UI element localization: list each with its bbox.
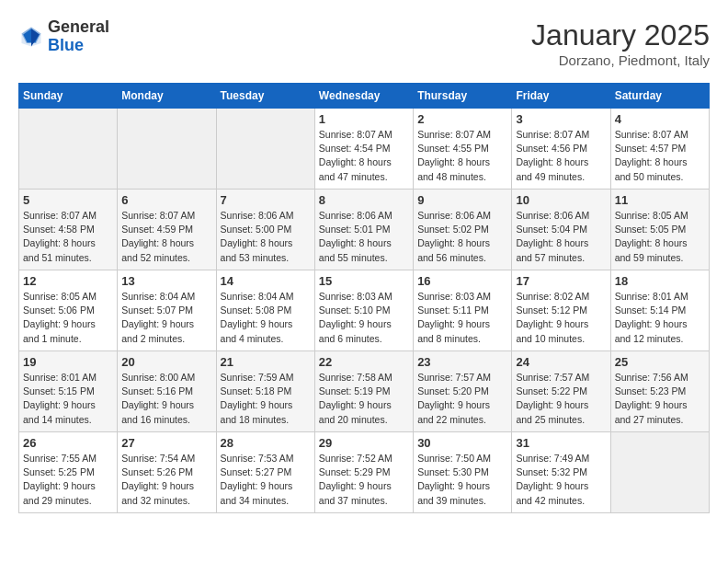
calendar-subtitle: Dorzano, Piedmont, Italy [531,52,710,68]
calendar-cell: 17Sunrise: 8:02 AM Sunset: 5:12 PM Dayli… [512,270,610,351]
day-number: 17 [516,274,606,288]
day-info: Sunrise: 8:05 AM Sunset: 5:06 PM Dayligh… [23,290,113,346]
day-number: 29 [319,436,409,450]
day-number: 26 [23,436,113,450]
day-info: Sunrise: 7:54 AM Sunset: 5:26 PM Dayligh… [121,452,211,508]
weekday-header-thursday: Thursday [414,84,512,109]
calendar-cell [216,109,314,190]
calendar-cell: 6Sunrise: 8:07 AM Sunset: 4:59 PM Daylig… [118,190,216,270]
calendar-cell: 15Sunrise: 8:03 AM Sunset: 5:10 PM Dayli… [314,270,413,351]
calendar-cell: 21Sunrise: 7:59 AM Sunset: 5:18 PM Dayli… [216,351,314,432]
day-info: Sunrise: 8:06 AM Sunset: 5:04 PM Dayligh… [516,209,606,265]
day-info: Sunrise: 8:07 AM Sunset: 4:59 PM Dayligh… [121,209,211,265]
calendar-cell: 19Sunrise: 8:01 AM Sunset: 5:15 PM Dayli… [19,351,118,432]
day-info: Sunrise: 7:55 AM Sunset: 5:25 PM Dayligh… [23,452,113,508]
calendar-title: January 2025 [531,18,710,52]
calendar-cell: 13Sunrise: 8:04 AM Sunset: 5:07 PM Dayli… [118,270,216,351]
calendar-cell: 1Sunrise: 8:07 AM Sunset: 4:54 PM Daylig… [314,109,413,190]
calendar-cell: 28Sunrise: 7:53 AM Sunset: 5:27 PM Dayli… [216,432,314,513]
day-info: Sunrise: 7:52 AM Sunset: 5:29 PM Dayligh… [319,452,409,508]
day-info: Sunrise: 8:06 AM Sunset: 5:02 PM Dayligh… [417,209,507,265]
calendar-cell [118,109,216,190]
logo-text: General Blue [48,18,109,55]
calendar-table: SundayMondayTuesdayWednesdayThursdayFrid… [18,83,710,513]
day-number: 23 [417,355,507,369]
day-number: 24 [516,355,606,369]
day-number: 28 [221,436,311,450]
day-number: 12 [23,274,113,288]
day-info: Sunrise: 7:49 AM Sunset: 5:32 PM Dayligh… [516,452,606,508]
day-number: 6 [121,193,211,207]
day-number: 7 [221,193,311,207]
day-number: 20 [121,355,211,369]
day-number: 16 [417,274,507,288]
day-info: Sunrise: 7:57 AM Sunset: 5:22 PM Dayligh… [516,371,606,427]
day-number: 27 [121,436,211,450]
weekday-header-sunday: Sunday [19,84,118,109]
calendar-cell: 22Sunrise: 7:58 AM Sunset: 5:19 PM Dayli… [314,351,413,432]
day-info: Sunrise: 8:01 AM Sunset: 5:15 PM Dayligh… [23,371,113,427]
weekday-header-tuesday: Tuesday [216,84,314,109]
calendar-cell: 20Sunrise: 8:00 AM Sunset: 5:16 PM Dayli… [118,351,216,432]
day-number: 3 [516,112,606,126]
day-info: Sunrise: 8:04 AM Sunset: 5:07 PM Dayligh… [121,290,211,346]
calendar-cell: 30Sunrise: 7:50 AM Sunset: 5:30 PM Dayli… [414,432,512,513]
day-info: Sunrise: 8:01 AM Sunset: 5:14 PM Dayligh… [615,290,705,346]
calendar-body: 1Sunrise: 8:07 AM Sunset: 4:54 PM Daylig… [19,109,710,513]
calendar-cell: 26Sunrise: 7:55 AM Sunset: 5:25 PM Dayli… [19,432,118,513]
day-number: 10 [516,193,606,207]
day-info: Sunrise: 7:50 AM Sunset: 5:30 PM Dayligh… [417,452,507,508]
calendar-cell: 16Sunrise: 8:03 AM Sunset: 5:11 PM Dayli… [414,270,512,351]
calendar-cell [19,109,118,190]
day-info: Sunrise: 8:05 AM Sunset: 5:05 PM Dayligh… [615,209,705,265]
day-info: Sunrise: 8:03 AM Sunset: 5:10 PM Dayligh… [319,290,409,346]
day-info: Sunrise: 8:06 AM Sunset: 5:01 PM Dayligh… [319,209,409,265]
day-number: 11 [615,193,705,207]
page-header: General Blue January 2025 Dorzano, Piedm… [18,18,710,68]
day-info: Sunrise: 7:56 AM Sunset: 5:23 PM Dayligh… [615,371,705,427]
calendar-cell [610,432,709,513]
weekday-header-wednesday: Wednesday [314,84,413,109]
day-info: Sunrise: 7:59 AM Sunset: 5:18 PM Dayligh… [221,371,311,427]
calendar-cell: 31Sunrise: 7:49 AM Sunset: 5:32 PM Dayli… [512,432,610,513]
day-number: 22 [319,355,409,369]
day-number: 8 [319,193,409,207]
day-number: 15 [319,274,409,288]
calendar-cell: 2Sunrise: 8:07 AM Sunset: 4:55 PM Daylig… [414,109,512,190]
calendar-cell: 12Sunrise: 8:05 AM Sunset: 5:06 PM Dayli… [19,270,118,351]
calendar-cell: 8Sunrise: 8:06 AM Sunset: 5:01 PM Daylig… [314,190,413,270]
day-number: 5 [23,193,113,207]
calendar-cell: 29Sunrise: 7:52 AM Sunset: 5:29 PM Dayli… [314,432,413,513]
calendar-cell: 5Sunrise: 8:07 AM Sunset: 4:58 PM Daylig… [19,190,118,270]
calendar-cell: 7Sunrise: 8:06 AM Sunset: 5:00 PM Daylig… [216,190,314,270]
calendar-week-4: 19Sunrise: 8:01 AM Sunset: 5:15 PM Dayli… [19,351,710,432]
calendar-week-1: 1Sunrise: 8:07 AM Sunset: 4:54 PM Daylig… [19,109,710,190]
day-number: 14 [221,274,311,288]
day-number: 4 [615,112,705,126]
calendar-week-3: 12Sunrise: 8:05 AM Sunset: 5:06 PM Dayli… [19,270,710,351]
day-number: 31 [516,436,606,450]
day-number: 25 [615,355,705,369]
calendar-cell: 4Sunrise: 8:07 AM Sunset: 4:57 PM Daylig… [610,109,709,190]
day-info: Sunrise: 7:53 AM Sunset: 5:27 PM Dayligh… [221,452,311,508]
day-info: Sunrise: 8:04 AM Sunset: 5:08 PM Dayligh… [221,290,311,346]
calendar-cell: 10Sunrise: 8:06 AM Sunset: 5:04 PM Dayli… [512,190,610,270]
title-block: January 2025 Dorzano, Piedmont, Italy [531,18,710,68]
calendar-week-2: 5Sunrise: 8:07 AM Sunset: 4:58 PM Daylig… [19,190,710,270]
calendar-cell: 9Sunrise: 8:06 AM Sunset: 5:02 PM Daylig… [414,190,512,270]
calendar-week-5: 26Sunrise: 7:55 AM Sunset: 5:25 PM Dayli… [19,432,710,513]
day-info: Sunrise: 7:58 AM Sunset: 5:19 PM Dayligh… [319,371,409,427]
logo: General Blue [18,18,109,55]
day-info: Sunrise: 8:07 AM Sunset: 4:55 PM Dayligh… [417,128,507,184]
calendar-cell: 14Sunrise: 8:04 AM Sunset: 5:08 PM Dayli… [216,270,314,351]
day-number: 1 [319,112,409,126]
weekday-header-friday: Friday [512,84,610,109]
calendar-cell: 24Sunrise: 7:57 AM Sunset: 5:22 PM Dayli… [512,351,610,432]
day-number: 30 [417,436,507,450]
calendar-cell: 27Sunrise: 7:54 AM Sunset: 5:26 PM Dayli… [118,432,216,513]
weekday-header-monday: Monday [118,84,216,109]
calendar-cell: 3Sunrise: 8:07 AM Sunset: 4:56 PM Daylig… [512,109,610,190]
day-info: Sunrise: 8:03 AM Sunset: 5:11 PM Dayligh… [417,290,507,346]
day-info: Sunrise: 8:07 AM Sunset: 4:57 PM Dayligh… [615,128,705,184]
calendar-cell: 23Sunrise: 7:57 AM Sunset: 5:20 PM Dayli… [414,351,512,432]
